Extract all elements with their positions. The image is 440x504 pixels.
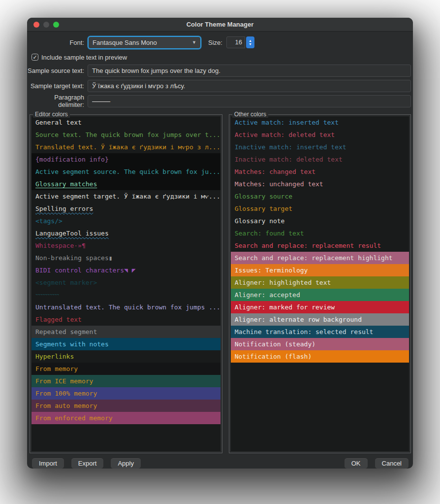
color-list-item[interactable]: Matches: unchanged text [231,178,409,190]
color-list-item[interactable]: Issues: Terminology [231,264,409,276]
size-label: Size: [208,39,222,46]
color-list-item[interactable]: LanguageTool issues [31,227,220,239]
color-list-item[interactable]: Translated text. Ў їжака є ґудзики і мѵр… [31,141,220,153]
color-list-item[interactable]: <tags/> [31,215,220,227]
sample-target-label: Sample target text: [27,82,84,90]
color-theme-manager-window: Color Theme Manager Font: Fantasque Sans… [27,18,413,469]
color-list-item[interactable]: Source text. The quick brown fox jumps o… [31,129,220,141]
checkmark-icon: ✓ [32,55,37,60]
size-stepper[interactable]: ▲ ▼ [246,36,254,48]
zoom-button[interactable] [53,22,59,28]
paragraph-delimiter-input[interactable] [88,95,411,107]
size-input[interactable]: 16 [226,36,245,48]
minimize-button[interactable] [43,22,49,28]
include-sample-checkbox[interactable]: ✓ [31,54,38,61]
import-button[interactable]: Import [31,458,64,469]
sample-source-label: Sample source text: [27,67,84,74]
color-list-item[interactable]: Active segment source. The quick brown f… [31,166,220,178]
color-list-item[interactable]: Glossary matches [31,178,220,190]
color-list-item[interactable]: General text [31,116,220,129]
include-sample-label: Include sample text in preview [41,54,127,61]
color-list-item[interactable]: From memory [31,363,220,375]
export-button[interactable]: Export [71,458,104,469]
stepper-down-icon[interactable]: ▼ [249,42,252,46]
color-list-item[interactable]: Repeated segment [31,326,220,338]
color-list-item[interactable]: Whitespace·»¶ [31,239,220,252]
color-list-item[interactable]: Matches: changed text [231,166,409,178]
color-list-item[interactable]: Aligner: marked for review [231,301,409,313]
color-list-item[interactable]: Spelling errors [31,202,220,215]
color-list-item[interactable]: Search: found text [231,227,409,239]
sample-target-input[interactable] [88,80,411,92]
apply-button[interactable]: Apply [110,458,141,469]
color-list-item[interactable]: From enforced memory [31,412,220,424]
color-list-item[interactable]: From auto memory [31,400,220,412]
other-colors-list: Active match: inserted textActive match:… [231,116,409,451]
color-list-item[interactable]: Inactive match: deleted text [231,153,409,166]
font-select-value: Fantasque Sans Mono [93,39,192,46]
other-colors-panel: Other colors Active match: inserted text… [229,114,411,453]
color-list-item[interactable]: Notification (flash) [231,350,409,363]
editor-colors-list: General textSource text. The quick brown… [31,116,220,451]
color-list-item[interactable]: <segment marker> [31,276,220,289]
color-list-item[interactable]: Inactive match: inserted text [231,141,409,153]
color-list-item[interactable]: Aligner: highlighted text [231,276,409,289]
color-list-item[interactable]: Segments with notes [31,338,220,350]
color-list-item[interactable]: Notification (steady) [231,338,409,350]
color-list-item[interactable]: Search and replace: replacement highligh… [231,252,409,264]
color-list-item[interactable]: Machine translation: selected result [231,326,409,338]
color-list-item[interactable]: BIDI control characters◥ ◤ [31,264,220,276]
color-list-item[interactable]: Flagged text [31,313,220,326]
color-list-item[interactable]: Glossary source [231,190,409,202]
color-list-item[interactable]: Glossary target [231,202,409,215]
color-list-item[interactable]: Untranslated text. The quick brown fox j… [31,301,220,313]
color-list-item[interactable]: From 100% memory [31,387,220,400]
color-list-item[interactable]: Aligner: accepted [231,289,409,301]
chevron-down-icon: ▼ [192,40,196,45]
editor-colors-panel: Editor colors General textSource text. T… [30,114,222,453]
color-list-item[interactable]: {modification info} [31,153,220,166]
color-list-item[interactable]: ~~~~~~~~~~ [31,289,220,301]
window-title: Color Theme Manager [187,21,254,28]
other-colors-title: Other colors [232,111,268,118]
color-list-item[interactable]: Hyperlinks [31,350,220,363]
color-list-item[interactable]: Non-breaking spaces▮ [31,252,220,264]
editor-colors-title: Editor colors [33,111,70,118]
titlebar: Color Theme Manager [27,18,413,32]
stepper-up-icon[interactable]: ▲ [249,39,252,42]
color-list-item[interactable]: Glossary note [231,215,409,227]
color-list-item[interactable]: Aligner: alternate row background [231,313,409,326]
close-button[interactable] [33,22,39,28]
font-label: Font: [27,39,84,46]
font-select[interactable]: Fantasque Sans Mono ▼ [88,36,201,49]
cancel-button[interactable]: Cancel [375,458,409,469]
color-list-item[interactable]: Active match: inserted text [231,116,409,129]
sample-source-input[interactable] [88,65,411,77]
paragraph-delimiter-label: Paragraph delimiter: [27,94,84,108]
color-list-item[interactable]: Active match: deleted text [231,129,409,141]
ok-button[interactable]: OK [344,458,368,469]
color-list-item[interactable]: From ICE memory [31,375,220,387]
color-list-item[interactable]: Active segment target. Ў їжака є ґудзики… [31,190,220,202]
color-list-item[interactable]: Search and replace: replacement result [231,239,409,252]
